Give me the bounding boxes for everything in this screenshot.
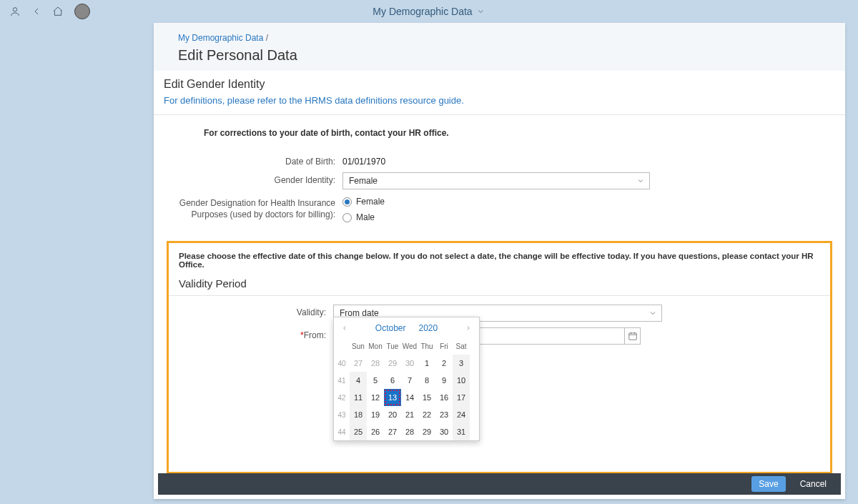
cal-day[interactable]: 11 [350, 389, 367, 406]
cal-day[interactable]: 10 [453, 372, 470, 389]
cal-day[interactable]: 6 [384, 372, 401, 389]
dob-instruction: For corrections to your date of birth, c… [154, 118, 845, 148]
chevron-down-icon [477, 7, 485, 16]
cal-day[interactable]: 21 [401, 406, 418, 423]
form: Date of Birth: 01/01/1970 Gender Identit… [154, 148, 845, 229]
radio-male-label: Male [356, 212, 375, 222]
calendar-grid: SunMonTueWedThuFriSat4027282930123414567… [334, 337, 479, 440]
cal-day[interactable]: 3 [453, 355, 470, 372]
svg-point-0 [13, 8, 16, 11]
validity-title: Validity Period [179, 277, 820, 290]
cal-day[interactable]: 17 [453, 389, 470, 406]
radio-icon [342, 197, 352, 207]
calendar-button[interactable] [624, 328, 640, 344]
shell-title-label: My Demographic Data [373, 6, 472, 17]
cal-year[interactable]: 2020 [418, 323, 438, 333]
validity-box: Please choose the effective date of this… [167, 241, 832, 474]
gender-designation-label: Gender Designation for Health Insurance … [164, 195, 342, 220]
cal-day[interactable]: 25 [350, 423, 367, 440]
cal-day[interactable]: 29 [384, 355, 401, 372]
radio-male[interactable]: Male [342, 212, 385, 222]
crumb-area: My Demographic Data / Edit Personal Data [154, 23, 845, 71]
cal-day[interactable]: 24 [453, 406, 470, 423]
cal-day[interactable]: 28 [367, 355, 384, 372]
calendar-popover: October 2020 SunMonTueWedThuFriSat402728… [333, 317, 480, 441]
breadcrumb: My Demographic Data / [178, 33, 821, 43]
dob-value: 01/01/1970 [342, 154, 385, 167]
chevron-down-icon [636, 177, 645, 185]
footer-bar: Save Cancel [158, 473, 841, 495]
gender-identity-value: Female [349, 176, 378, 186]
cal-dow: Fri [435, 337, 453, 355]
cal-day[interactable]: 30 [401, 355, 418, 372]
cal-day[interactable]: 2 [435, 355, 453, 372]
cal-day[interactable]: 31 [453, 423, 470, 440]
section-title: Edit Gender Identity [154, 71, 845, 95]
cal-day[interactable]: 27 [384, 423, 401, 440]
page-card: My Demographic Data / Edit Personal Data… [154, 23, 845, 499]
cal-day[interactable]: 8 [418, 372, 435, 389]
cal-day[interactable]: 9 [435, 372, 453, 389]
cal-corner [334, 337, 350, 355]
radio-icon [342, 213, 352, 222]
svg-rect-1 [628, 333, 636, 340]
cal-week-num: 42 [334, 389, 350, 406]
validity-note: Please choose the effective date of this… [179, 252, 820, 269]
cal-week-num: 43 [334, 406, 350, 423]
cal-day[interactable]: 19 [367, 406, 384, 423]
user-icon[interactable] [7, 4, 23, 19]
home-icon[interactable] [50, 4, 66, 19]
cal-day[interactable]: 13 [384, 389, 401, 406]
cal-next[interactable] [462, 322, 475, 335]
cal-month[interactable]: October [375, 323, 406, 333]
gender-identity-select[interactable]: Female [342, 172, 650, 189]
help-link[interactable]: For definitions, please refer to the HRM… [164, 95, 464, 106]
cal-day[interactable]: 14 [401, 389, 418, 406]
cal-dow: Thu [418, 337, 435, 355]
cal-week-num: 44 [334, 423, 350, 440]
cal-dow: Sun [350, 337, 367, 355]
radio-female-label: Female [356, 197, 385, 207]
back-icon[interactable] [29, 4, 44, 19]
cal-day[interactable]: 5 [367, 372, 384, 389]
from-label: *From: [179, 327, 333, 340]
cal-week-num: 40 [334, 355, 350, 372]
gender-identity-label: Gender Identity: [164, 172, 342, 185]
chevron-down-icon [649, 309, 657, 317]
cal-day[interactable]: 20 [384, 406, 401, 423]
breadcrumb-sep: / [266, 33, 268, 43]
cal-dow: Wed [401, 337, 418, 355]
shell-title-dropdown[interactable]: My Demographic Data [373, 6, 485, 17]
breadcrumb-root[interactable]: My Demographic Data [178, 33, 263, 43]
cal-week-num: 41 [334, 372, 350, 389]
cal-day[interactable]: 27 [350, 355, 367, 372]
cal-day[interactable]: 16 [435, 389, 453, 406]
gender-designation-radios: Female Male [342, 195, 385, 224]
cal-dow: Tue [384, 337, 401, 355]
save-button[interactable]: Save [751, 476, 785, 492]
cal-day[interactable]: 22 [418, 406, 435, 423]
cal-dow: Mon [367, 337, 384, 355]
cancel-button[interactable]: Cancel [793, 476, 834, 492]
validity-label: Validity: [179, 305, 333, 317]
cal-day[interactable]: 7 [401, 372, 418, 389]
cal-day[interactable]: 4 [350, 372, 367, 389]
cal-day[interactable]: 1 [418, 355, 435, 372]
cal-dow: Sat [453, 337, 470, 355]
cal-day[interactable]: 28 [401, 423, 418, 440]
calendar-icon [628, 331, 638, 341]
help-link-row: For definitions, please refer to the HRM… [154, 95, 845, 115]
dob-label: Date of Birth: [164, 154, 342, 167]
cal-day[interactable]: 30 [435, 423, 453, 440]
page-title: Edit Personal Data [178, 47, 821, 64]
cal-prev[interactable] [338, 322, 351, 335]
cal-day[interactable]: 18 [350, 406, 367, 423]
cal-day[interactable]: 23 [435, 406, 453, 423]
cal-day[interactable]: 12 [367, 389, 384, 406]
cal-day[interactable]: 26 [367, 423, 384, 440]
cal-day[interactable]: 29 [418, 423, 435, 440]
radio-female[interactable]: Female [342, 197, 385, 207]
cal-day[interactable]: 15 [418, 389, 435, 406]
logo-icon [74, 4, 90, 19]
shell-bar: My Demographic Data [0, 0, 858, 23]
